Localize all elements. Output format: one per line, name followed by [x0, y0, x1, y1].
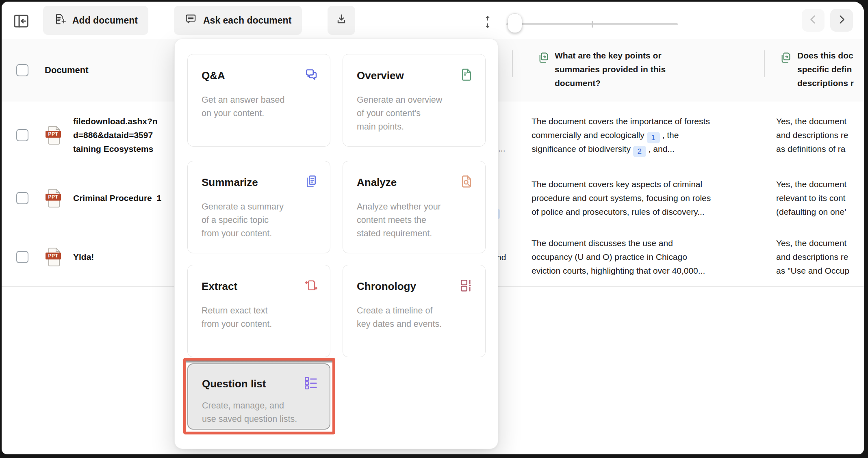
card-title: Chronology [357, 280, 416, 293]
document-name: Ylda! [73, 227, 94, 286]
zoom-slider-thumb[interactable] [508, 13, 522, 33]
download-icon [335, 13, 348, 28]
card-header: Chronology [357, 278, 474, 294]
column-divider [764, 50, 765, 77]
truncated-answer-fragment: ... [498, 144, 506, 153]
card-description: Create a timeline ofkey dates and events… [357, 304, 474, 331]
next-page-button[interactable] [830, 9, 853, 32]
question-documents-icon [537, 51, 550, 66]
card-header: Overview [357, 67, 474, 84]
card-title: Summarize [202, 176, 258, 189]
action-card-analyze[interactable]: AnalyzeAnalyze whether yourcontent meets… [343, 161, 486, 253]
ppt-badge-label: PPT [46, 131, 61, 138]
card-title: Analyze [357, 176, 397, 189]
app-window: Add document Ask each document Document … [2, 2, 864, 454]
add-document-button[interactable]: Add document [43, 6, 148, 35]
card-description: Get an answer basedon your content. [202, 93, 319, 120]
card-header: Question list [202, 376, 318, 392]
row-checkbox[interactable] [16, 192, 28, 204]
chevron-left-icon [807, 13, 820, 28]
chat-icon [184, 13, 197, 28]
row-checkbox[interactable] [16, 251, 28, 263]
document-outline-icon [459, 67, 474, 84]
answer-q2: Yes, the documentand descriptions reas d… [776, 102, 864, 169]
card-header: Analyze [357, 174, 474, 190]
document-magnifier-icon [459, 174, 474, 190]
highlight-shadow-strip [186, 361, 332, 363]
toolbar: Add document Ask each document [2, 2, 864, 39]
action-menu-popup: Q&AGet an answer basedon your content.Ov… [174, 39, 498, 449]
question-documents-icon [779, 51, 792, 66]
ppt-file-icon: PPT [46, 188, 63, 208]
card-header: Summarize [202, 174, 319, 190]
previous-page-button[interactable] [802, 9, 825, 32]
document-name: Criminal Procedure_1 [73, 169, 161, 227]
card-title: Q&A [202, 69, 225, 82]
card-title: Overview [357, 69, 404, 82]
download-button[interactable] [328, 6, 355, 35]
document-name: filedownload.ashx?nd=886&dataid=3597tain… [73, 102, 158, 169]
copy-documents-icon [304, 174, 319, 190]
timeline-icon [459, 278, 474, 294]
collapse-sidebar-button[interactable] [11, 12, 31, 32]
document-arrows-icon [304, 278, 319, 294]
citation-badge[interactable]: 1 [647, 132, 660, 143]
chevron-right-icon [835, 13, 848, 28]
question-column-header: What are the key points orsummaries prov… [555, 49, 666, 90]
card-header: Q&A [202, 67, 319, 84]
card-description: Return exact textfrom your content. [202, 304, 319, 331]
card-header: Extract [202, 278, 319, 294]
ask-each-document-label: Ask each document [203, 15, 291, 26]
action-card-summarize[interactable]: SummarizeGenerate a summaryof a specific… [187, 161, 330, 253]
answer-q1: The document covers key aspects of crimi… [532, 169, 759, 227]
citation-badge[interactable]: 2 [633, 146, 646, 157]
collapse-sidebar-icon [13, 13, 30, 31]
add-document-label: Add document [72, 15, 138, 26]
card-description: Generate a summaryof a specific topicfro… [202, 200, 319, 240]
ask-each-document-button[interactable]: Ask each document [174, 6, 302, 35]
checklist-icon [304, 376, 318, 392]
action-card-qa[interactable]: Q&AGet an answer basedon your content. [187, 54, 330, 147]
zoom-slider-tick [592, 21, 593, 28]
add-document-icon [54, 13, 67, 28]
column-divider [512, 50, 513, 77]
ppt-file-icon: PPT [46, 247, 63, 267]
chat-bubbles-icon [304, 67, 319, 84]
document-column-header: Document [45, 39, 89, 102]
row-height-icon [483, 14, 493, 30]
answer-q1: The document covers the importance of fo… [532, 102, 759, 169]
ppt-file-icon: PPT [46, 125, 63, 145]
action-card-overview[interactable]: OverviewGenerate an overviewof your cont… [343, 54, 486, 147]
ppt-badge-label: PPT [46, 253, 61, 259]
answer-q1: The document discusses the use andoccupa… [532, 227, 759, 286]
select-all-checkbox[interactable] [16, 64, 28, 76]
card-description: Create, manage, anduse saved question li… [202, 399, 318, 426]
card-description: Analyze whether yourcontent meets thesta… [357, 200, 474, 240]
ppt-badge-label: PPT [46, 194, 61, 201]
row-checkbox[interactable] [16, 129, 28, 141]
action-card-chronology[interactable]: ChronologyCreate a timeline ofkey dates … [343, 265, 486, 357]
action-card-extract[interactable]: ExtractReturn exact textfrom your conten… [187, 265, 330, 357]
card-title: Extract [202, 280, 237, 293]
card-title: Question list [202, 378, 266, 390]
question-column-header: Does this docspecific defindescriptions … [797, 49, 854, 90]
card-description: Generate an overviewof your content'smai… [357, 93, 474, 134]
action-card-question-list[interactable]: Question listCreate, manage, anduse save… [187, 363, 330, 430]
answer-q2: Yes, the documentand descriptions reas "… [776, 227, 864, 286]
answer-q2: Yes, the documentrelevant to its cont(de… [776, 169, 864, 227]
